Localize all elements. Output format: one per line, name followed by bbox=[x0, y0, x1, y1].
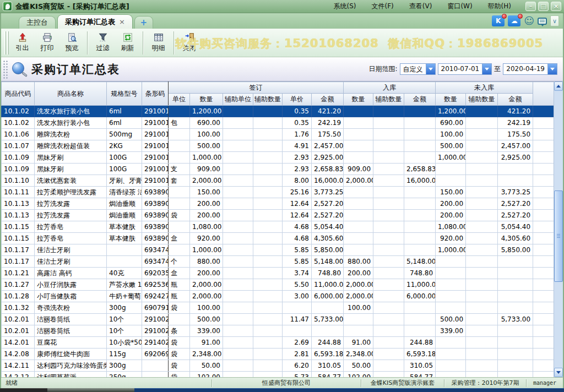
print-button[interactable]: 打印 bbox=[35, 30, 59, 56]
date-from-select[interactable]: 2010-07-01 bbox=[438, 63, 492, 75]
table-row[interactable]: 10.1.32奇强洗衣粉300g69079170袋100.00100.00 bbox=[2, 302, 554, 314]
table-row[interactable]: 10.1.11拉芳柔顺护理洗发露清香绿茶 洁69389026150.0025.1… bbox=[2, 187, 554, 198]
table-cell bbox=[283, 325, 312, 337]
col-header-unit[interactable]: 单位 bbox=[169, 94, 190, 106]
col-header-barcode[interactable]: 条形码 bbox=[142, 82, 169, 106]
col-header-aux-unit[interactable]: 辅助单位 bbox=[223, 94, 253, 106]
col-header-name[interactable]: 商品名称 bbox=[35, 82, 107, 106]
maximize-button[interactable]: □ bbox=[538, 2, 549, 11]
menu-item-help[interactable]: 帮助(H) bbox=[488, 2, 511, 11]
table-row[interactable]: 10.1.13拉芳洗发露焗油垂顺69389026200.0012.642,527… bbox=[2, 198, 554, 210]
group-header-signed[interactable]: 签订 bbox=[169, 82, 344, 94]
table-row[interactable]: 10.1.17佳洁士牙刷693474171,000.005.855,850.00… bbox=[2, 244, 554, 256]
minimize-button[interactable]: – bbox=[525, 2, 536, 11]
table-row[interactable]: 10.1.13拉芳洗发露焗油垂顺69389026袋200.0012.642,52… bbox=[2, 210, 554, 221]
col-header-spec[interactable]: 规格型号 bbox=[107, 82, 142, 106]
scroll-down-button[interactable] bbox=[554, 368, 563, 377]
table-row[interactable]: 10.1.21高露洁 高钙40克69203548盒200.003.74748.8… bbox=[2, 268, 554, 279]
table-row[interactable]: 14.2.12达利园草莓派250g袋102.005.73584.77102.00… bbox=[2, 372, 554, 378]
table-row[interactable]: 10.1.15拉芳香皂草本健肤693890261,080.004.685,054… bbox=[2, 221, 554, 233]
date-to-select[interactable]: 2020-04-19 bbox=[503, 63, 557, 75]
table-cell: 6,593.18 bbox=[312, 349, 344, 360]
chevron-down-icon[interactable]: ∨ bbox=[550, 15, 559, 26]
table-cell: 69347417 bbox=[142, 244, 169, 256]
table-cell: 100.00 bbox=[190, 129, 223, 140]
report-header: 采购订单汇总表 日期范围: 自定义 2010-07-01 至 2020-04-1… bbox=[1, 57, 563, 81]
table-row[interactable]: 14.2.01豆腐花10小袋*50g29140200袋91.002.69244.… bbox=[2, 337, 554, 349]
table-cell bbox=[344, 314, 373, 325]
table-row[interactable]: 10.1.17佳洁士牙刷69347417个880.005.855,148.008… bbox=[2, 256, 554, 268]
group-header-not-inbound[interactable]: 未入库 bbox=[436, 82, 533, 94]
table-row[interactable]: 10.1.09黑妹牙刷100G291001001,000.002.932,925… bbox=[2, 152, 554, 164]
toolbar-grip[interactable] bbox=[4, 31, 6, 55]
table-cell: 10.1.28 bbox=[2, 291, 35, 302]
smiley-feedback-icon[interactable]: ☺ bbox=[524, 16, 534, 26]
table-row[interactable]: 10.2.01洁丽卷筒纸10个29100200条339.00339.00 bbox=[2, 325, 554, 337]
table-row[interactable]: 10.1.15拉芳香皂草本健肤69389026盒920.004.684,305.… bbox=[2, 233, 554, 244]
close-button[interactable]: × bbox=[551, 2, 561, 11]
detail-button[interactable]: 明细 bbox=[146, 30, 171, 56]
table-row[interactable]: 10.1.02洗发水旅行装小包6ml29100100包690.000.35242… bbox=[2, 117, 554, 129]
table-cell bbox=[373, 117, 404, 129]
table-cell bbox=[223, 221, 253, 233]
table-cell: 条 bbox=[169, 325, 190, 337]
dropdown-arrow-icon[interactable] bbox=[426, 64, 435, 74]
col-header-price[interactable]: 单价 bbox=[283, 94, 312, 106]
table-cell-filler bbox=[533, 210, 554, 221]
col-header-in-amount[interactable]: 金额 bbox=[404, 94, 436, 106]
table-cell: 500mg bbox=[107, 129, 142, 140]
table-row[interactable]: 14.2.11达利园巧克力味涂饰蛋类300g袋50.006.20310.0550… bbox=[2, 360, 554, 372]
dropdown-arrow-icon[interactable] bbox=[547, 64, 557, 74]
cloud-sync-icon[interactable]: ☁ bbox=[508, 15, 520, 26]
toolbar-grip[interactable] bbox=[7, 31, 9, 55]
table-cell bbox=[373, 210, 404, 221]
filter-button[interactable]: 过滤 bbox=[90, 30, 115, 56]
tab-main-console[interactable]: 主控台 bbox=[19, 16, 56, 29]
table-row[interactable]: 10.1.02洗发水旅行装小包6ml291001001,200.000.3542… bbox=[2, 106, 554, 117]
range-type-select[interactable]: 自定义 bbox=[400, 63, 436, 75]
menu-item-system[interactable]: 系统(S) bbox=[334, 2, 356, 11]
scrollbar-track[interactable] bbox=[554, 91, 563, 368]
col-header-amount[interactable]: 金额 bbox=[312, 94, 344, 106]
table-row[interactable]: 10.1.06雕牌洗衣粉500mg29100100100.001.76175.5… bbox=[2, 129, 554, 140]
message-icon[interactable] bbox=[538, 18, 547, 25]
col-header-out-qty[interactable]: 数量 bbox=[436, 94, 466, 106]
preview-button[interactable]: 预览 bbox=[59, 30, 84, 56]
scrollbar-thumb[interactable] bbox=[554, 190, 563, 282]
tab-close-icon[interactable]: × bbox=[119, 18, 125, 26]
col-header-out-aux-qty[interactable]: 辅助数量 bbox=[466, 94, 498, 106]
table-cell: 支 bbox=[169, 164, 190, 175]
kingdee-app-icon[interactable]: K bbox=[492, 15, 505, 26]
scroll-up-button[interactable] bbox=[554, 81, 563, 91]
table-row[interactable]: 10.1.09黑妹牙刷100G29100100支909.002.932,658.… bbox=[2, 164, 554, 175]
table-cell bbox=[253, 198, 283, 210]
tab-purchase-order-summary[interactable]: 采购订单汇总表 × bbox=[57, 14, 133, 29]
table-row[interactable]: 10.1.27小豆仔润肤露芦荟水嫩 169253671瓶2,000.005.50… bbox=[2, 279, 554, 291]
vertical-scrollbar[interactable] bbox=[554, 81, 563, 377]
col-header-code[interactable]: 商品代码 bbox=[2, 82, 35, 106]
table-cell bbox=[253, 302, 283, 314]
col-header-in-aux-qty[interactable]: 辅助数量 bbox=[373, 94, 404, 106]
table-row[interactable]: 10.1.28小叮当健肤霜牛奶+葡萄69242792瓶2,000.003.006… bbox=[2, 291, 554, 302]
menu-item-window[interactable]: 窗口(W) bbox=[447, 2, 472, 11]
group-header-inbound[interactable]: 入库 bbox=[344, 82, 436, 94]
dropdown-arrow-icon[interactable] bbox=[482, 64, 491, 74]
col-header-out-amount[interactable]: 金额 bbox=[498, 94, 533, 106]
add-tab-button[interactable]: + bbox=[134, 16, 153, 29]
table-cell-filler bbox=[533, 175, 554, 187]
table-row[interactable]: 14.2.08康师傅红烧牛肉面115g69206984袋2,348.002.81… bbox=[2, 349, 554, 360]
col-header-aux-qty[interactable]: 辅助数量 bbox=[253, 94, 283, 106]
menu-item-view[interactable]: 查看(V) bbox=[409, 2, 432, 11]
export-button[interactable]: 引出 bbox=[10, 30, 35, 56]
taskbar-segment bbox=[47, 388, 134, 392]
table-row[interactable]: 10.2.01洁丽卷筒纸10个29100200500.0011.475,733.… bbox=[2, 314, 554, 325]
col-header-qty[interactable]: 数量 bbox=[190, 94, 223, 106]
col-header-in-qty[interactable]: 数量 bbox=[344, 94, 373, 106]
table-cell: 200.00 bbox=[190, 198, 223, 210]
refresh-button[interactable]: 刷新 bbox=[115, 30, 140, 56]
table-cell: 2,925.00 bbox=[312, 152, 344, 164]
table-row[interactable]: 10.1.10洗漱优惠套装牙刷、牙膏*29100100套2,000.008.00… bbox=[2, 175, 554, 187]
table-row[interactable]: 10.1.07雕牌洗衣粉超值装2KG29100100500.004.912,45… bbox=[2, 140, 554, 152]
menu-item-file[interactable]: 文件(F) bbox=[372, 2, 394, 11]
table-cell: 91.00 bbox=[344, 337, 373, 349]
